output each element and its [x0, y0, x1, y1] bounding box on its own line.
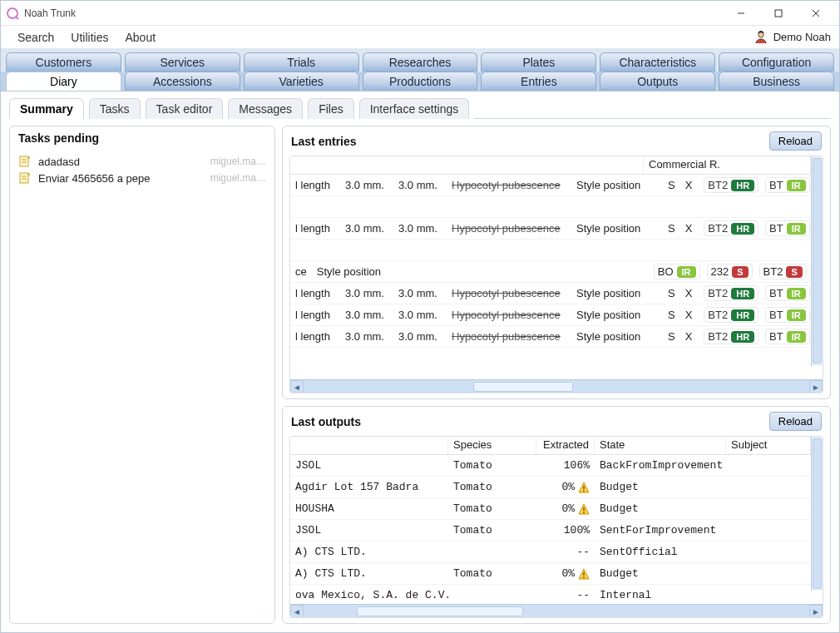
entries-cell: S — [663, 177, 680, 193]
outputs-col-extracted[interactable]: Extracted — [536, 437, 595, 454]
entries-row[interactable]: l length3.0 mm.3.0 mm.Hypocotyl pubescen… — [290, 326, 811, 348]
reload-outputs-button[interactable]: Reload — [769, 412, 822, 431]
svg-point-21 — [583, 576, 585, 578]
svg-line-1 — [16, 17, 18, 19]
scroll-left-icon[interactable]: ◄ — [290, 380, 304, 393]
outputs-cell-extracted: 0% — [536, 566, 595, 581]
user-indicator[interactable]: Demo Noah — [754, 30, 831, 45]
entries-row[interactable]: l length3.0 mm.3.0 mm.Hypocotyl pubescen… — [290, 218, 811, 240]
entries-cell: Style position — [571, 177, 663, 193]
entries-resistance: BT2HRBTIR — [697, 176, 811, 195]
entries-cell: 3.0 mm. — [393, 307, 447, 323]
tab-customers[interactable]: Customers — [6, 52, 121, 72]
outputs-cell-subject — [726, 551, 811, 554]
tab-trials[interactable]: Trials — [244, 52, 359, 72]
subtab-tasks[interactable]: Tasks — [89, 98, 141, 119]
warning-icon — [578, 568, 590, 580]
subtab-messages[interactable]: Messages — [228, 98, 303, 119]
resistance-pair: BTIR — [765, 220, 810, 236]
resistance-code: BT — [769, 330, 783, 343]
subtab-files[interactable]: Files — [308, 98, 354, 119]
reload-entries-button[interactable]: Reload — [769, 131, 822, 151]
tasks-pending-title: Tasks pending — [18, 131, 99, 145]
outputs-cell-name: HOUSHA — [290, 501, 448, 517]
tab-configuration[interactable]: Configuration — [719, 52, 834, 72]
resistance-badge: HR — [731, 331, 754, 343]
resistance-code: 232 — [711, 265, 729, 278]
task-owner: miguel.ma… — [210, 172, 266, 184]
minimize-button[interactable] — [722, 2, 759, 25]
subtab-task-editor[interactable]: Task editor — [146, 98, 224, 119]
outputs-horizontal-scrollbar[interactable]: ◄ ► — [290, 604, 823, 617]
last-outputs-panel: Last outputs Reload Species Extracted St… — [282, 406, 831, 624]
entries-resistance: BOIR232SBT2S — [647, 262, 811, 281]
outputs-col-species[interactable]: Species — [448, 437, 536, 454]
tab-business[interactable]: Business — [719, 72, 834, 91]
outputs-cell-extracted: 0% — [536, 479, 595, 495]
tab-diary[interactable]: Diary — [6, 72, 121, 91]
entries-resistance: BT2HRBTIR — [697, 327, 811, 346]
resistance-code: BT — [769, 222, 783, 235]
outputs-cell-name: Agdir Lot 157 Badra — [290, 479, 448, 495]
entries-row[interactable]: l length3.0 mm.3.0 mm.Hypocotyl pubescen… — [290, 175, 811, 196]
entries-row[interactable]: l length3.0 mm.3.0 mm.Hypocotyl pubescen… — [290, 304, 811, 326]
entries-cell: 3.0 mm. — [393, 177, 447, 193]
entries-row[interactable]: l length3.0 mm.3.0 mm.Hypocotyl pubescen… — [290, 283, 811, 304]
menu-search[interactable]: Search — [9, 28, 62, 47]
resistance-pair: BT2HR — [704, 177, 758, 193]
tab-productions[interactable]: Productions — [363, 72, 478, 91]
outputs-row[interactable]: A) CTS LTD.--SentOfficial — [290, 542, 811, 563]
tab-plates[interactable]: Plates — [481, 52, 596, 72]
outputs-row[interactable]: Agdir Lot 157 BadraTomato0%Budget — [290, 477, 811, 498]
entries-resistance: BT2HRBTIR — [697, 219, 811, 238]
scroll-left-icon[interactable]: ◄ — [290, 605, 304, 618]
maximize-button[interactable] — [759, 2, 797, 25]
outputs-row[interactable]: JSOLTomato100%SentForImprovement — [290, 520, 811, 542]
tab-varieties[interactable]: Varieties — [244, 72, 359, 91]
resistance-badge: IR — [677, 266, 696, 278]
outputs-cell-state: Budget — [595, 479, 726, 495]
close-button[interactable] — [797, 2, 834, 25]
entries-row[interactable]: ceStyle positionBOIR232SBT2S — [290, 261, 811, 283]
outputs-cell-extracted: -- — [536, 587, 595, 603]
outputs-row[interactable]: JSOLTomato106%BackFromImprovement — [290, 455, 811, 477]
resistance-code: BT2 — [708, 222, 728, 235]
note-icon — [18, 171, 32, 185]
window-title: Noah Trunk — [24, 7, 76, 19]
outputs-row[interactable]: HOUSHATomato0%Budget — [290, 498, 811, 520]
outputs-cell-species — [448, 594, 536, 597]
outputs-cell-extracted: 106% — [536, 457, 595, 473]
entries-cell: S — [663, 329, 680, 344]
tab-services[interactable]: Services — [125, 52, 240, 72]
entries-cell: Hypocotyl pubescence — [447, 220, 571, 236]
outputs-row[interactable]: ova Mexico, S.A. de C.V.--Internal — [290, 585, 811, 604]
subtab-interface-settings[interactable]: Interface settings — [359, 98, 470, 119]
primary-tabstrip: CustomersServicesTrialsResearchesPlatesC… — [1, 49, 839, 72]
entries-cell: Style position — [571, 285, 663, 301]
resistance-badge: HR — [731, 180, 754, 191]
outputs-cell-subject — [726, 572, 811, 576]
tab-characteristics[interactable]: Characteristics — [600, 52, 715, 72]
close-icon — [812, 9, 820, 17]
entries-cell: X — [680, 329, 698, 344]
entries-vertical-scrollbar[interactable] — [811, 156, 823, 366]
entries-horizontal-scrollbar[interactable]: ◄ ► — [290, 379, 823, 393]
tab-outputs[interactable]: Outputs — [600, 72, 715, 91]
outputs-vertical-scrollbar[interactable] — [811, 437, 823, 591]
task-item[interactable]: Enviar 4565656 a pepemiguel.ma… — [17, 170, 268, 186]
outputs-col-state[interactable]: State — [595, 437, 726, 454]
tab-researches[interactable]: Researches — [363, 52, 478, 72]
scroll-right-icon[interactable]: ► — [809, 380, 823, 393]
scroll-right-icon[interactable]: ► — [809, 605, 823, 618]
outputs-col-subject[interactable]: Subject — [726, 437, 811, 454]
task-item[interactable]: adadasdmiguel.ma… — [17, 153, 268, 170]
tab-entries[interactable]: Entries — [481, 72, 596, 91]
tab-accessions[interactable]: Accessions — [125, 72, 240, 91]
outputs-cell-species: Tomato — [448, 479, 536, 495]
subtab-summary[interactable]: Summary — [9, 98, 84, 119]
menu-utilities[interactable]: Utilities — [62, 28, 116, 47]
outputs-col-name[interactable] — [290, 437, 448, 454]
entries-cell: 3.0 mm. — [340, 177, 393, 193]
menu-about[interactable]: About — [116, 28, 164, 47]
outputs-row[interactable]: A) CTS LTD.Tomato0%Budget — [290, 563, 811, 585]
